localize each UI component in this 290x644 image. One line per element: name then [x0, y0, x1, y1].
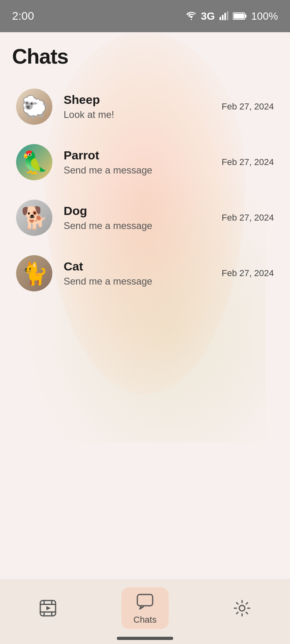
signal-icon	[219, 11, 229, 21]
chat-preview-sheep: Look at me!	[64, 109, 215, 120]
avatar-dog	[16, 200, 52, 236]
svg-rect-0	[220, 17, 221, 20]
svg-rect-1	[222, 15, 224, 20]
svg-rect-3	[227, 11, 228, 20]
chat-date-parrot: Feb 27, 2024	[222, 157, 274, 167]
svg-rect-12	[44, 613, 45, 616]
chat-name-parrot: Parrot	[64, 149, 215, 162]
nav-chats-label: Chats	[133, 615, 156, 625]
status-bar: 2:00 3G 100%	[0, 0, 290, 32]
battery-icon	[233, 12, 247, 20]
settings-icon	[232, 598, 252, 618]
chat-date-dog: Feb 27, 2024	[222, 213, 274, 223]
svg-rect-13	[51, 613, 52, 616]
chat-item-cat[interactable]: Cat Send me a message Feb 27, 2024	[12, 247, 278, 299]
avatar-parrot	[16, 144, 52, 180]
svg-rect-11	[51, 601, 52, 604]
svg-rect-5	[245, 14, 246, 18]
chat-info-cat: Cat Send me a message	[64, 260, 215, 287]
chat-item-parrot[interactable]: Parrot Send me a message Feb 27, 2024	[12, 136, 278, 188]
page-title: Chats	[12, 44, 278, 68]
chat-item-sheep[interactable]: Sheep Look at me! Feb 27, 2024	[12, 80, 278, 133]
svg-rect-9	[40, 611, 56, 613]
svg-rect-2	[224, 13, 226, 20]
chat-date-cat: Feb 27, 2024	[222, 268, 274, 279]
chat-preview-cat: Send me a message	[64, 276, 215, 287]
nav-item-settings[interactable]	[220, 594, 264, 622]
chat-preview-dog: Send me a message	[64, 220, 215, 231]
chat-info-dog: Dog Send me a message	[64, 204, 215, 231]
nav-item-chats[interactable]: Chats	[121, 587, 168, 629]
media-icon	[38, 598, 58, 618]
chat-name-dog: Dog	[64, 204, 215, 218]
svg-rect-6	[234, 14, 244, 19]
chat-icon	[135, 591, 155, 611]
nav-item-media[interactable]	[26, 594, 70, 622]
chat-info-sheep: Sheep Look at me!	[64, 93, 215, 120]
svg-rect-15	[137, 594, 153, 606]
network-type: 3G	[201, 10, 215, 23]
home-indicator	[117, 637, 173, 640]
chat-name-cat: Cat	[64, 260, 215, 273]
avatar-sheep	[16, 89, 52, 125]
bottom-nav: Chats	[0, 580, 290, 644]
wifi-icon	[186, 12, 197, 21]
svg-point-16	[239, 605, 245, 611]
svg-rect-8	[40, 604, 56, 605]
chat-item-dog[interactable]: Dog Send me a message Feb 27, 2024	[12, 192, 278, 244]
chat-preview-parrot: Send me a message	[64, 165, 215, 176]
avatar-cat	[16, 255, 52, 291]
chat-info-parrot: Parrot Send me a message	[64, 149, 215, 176]
chat-name-sheep: Sheep	[64, 93, 215, 107]
svg-rect-10	[44, 601, 45, 604]
svg-marker-14	[46, 606, 51, 610]
chat-list: Sheep Look at me! Feb 27, 2024 Parrot Se…	[12, 80, 278, 299]
status-icons: 3G 100%	[186, 10, 278, 23]
status-time: 2:00	[12, 10, 34, 23]
main-content: Chats Sheep Look at me! Feb 27, 2024 Par…	[0, 32, 290, 299]
chat-date-sheep: Feb 27, 2024	[222, 101, 274, 112]
battery-percent: 100%	[251, 10, 278, 23]
